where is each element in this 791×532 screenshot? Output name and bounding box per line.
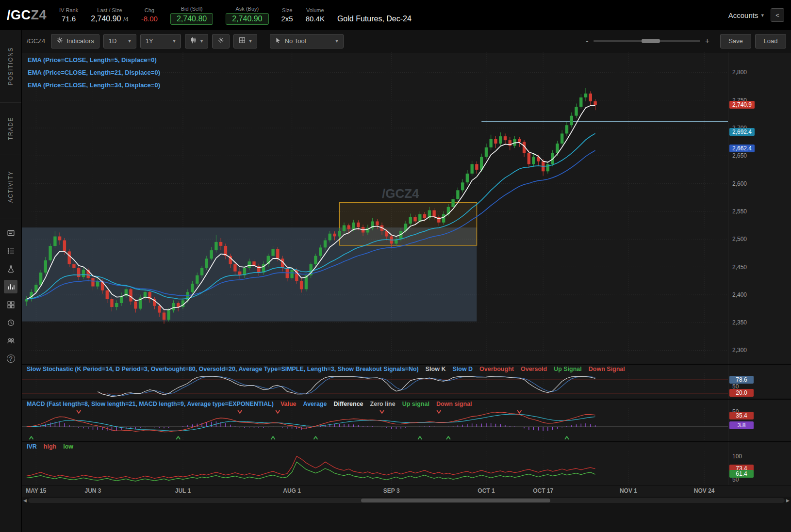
ask-button[interactable]: 2,740.90 xyxy=(226,13,268,25)
chart-workspace: /GCZ4 Indicators 1D ▾ 1Y ▾ ▾ ▾ xyxy=(22,30,791,532)
stochastic-axis[interactable]: 5078.620.0 xyxy=(728,365,791,399)
timeframe-dropdown[interactable]: 1D ▾ xyxy=(103,34,136,48)
gear-icon xyxy=(217,37,224,45)
symbol-root: /GC xyxy=(7,8,31,22)
zoom-slider-thumb[interactable] xyxy=(642,39,660,43)
ivr-study-label[interactable]: IVR xyxy=(27,443,37,450)
last-size-field: Last / Size 2,740.90 /4 xyxy=(91,7,129,23)
price-chart-canvas[interactable]: /GCZ4 xyxy=(22,52,728,364)
ivr-canvas[interactable] xyxy=(22,451,728,486)
range-dropdown[interactable]: 1Y ▾ xyxy=(140,34,181,48)
symbol-suffix: Z4 xyxy=(31,8,47,22)
time-axis[interactable]: MAY 15JUN 3JUL 1AUG 1SEP 3OCT 1OCT 17NOV… xyxy=(22,485,791,497)
stochastic-canvas[interactable] xyxy=(22,373,728,400)
volume-label: Volume xyxy=(306,7,324,13)
panels-layout-icon xyxy=(239,37,246,45)
indicators-button-label: Indicators xyxy=(66,37,94,45)
iv-rank-value: 71.6 xyxy=(62,15,76,23)
community-icon[interactable] xyxy=(4,334,17,347)
svg-text:/GCZ4: /GCZ4 xyxy=(382,186,419,201)
volume-field: Volume 80.4K xyxy=(306,7,325,23)
ask-label: Ask (Buy) xyxy=(236,6,259,12)
macd-panel: MACD (Fast length=8, Slow length=21, MAC… xyxy=(22,399,791,441)
axis-tick-label: 2,600 xyxy=(732,180,747,187)
tool-value: No Tool xyxy=(285,37,306,45)
ask-field: Ask (Buy) 2,740.90 xyxy=(226,6,268,25)
axis-tick-label: 2,300 xyxy=(732,347,747,354)
legend-item: high xyxy=(44,443,56,450)
drawing-tool-dropdown[interactable]: No Tool ▾ xyxy=(270,34,344,48)
timeframe-value: 1D xyxy=(109,37,117,45)
chart-icon[interactable] xyxy=(4,280,17,293)
scrollbar-thumb[interactable] xyxy=(361,499,550,502)
macd-canvas[interactable] xyxy=(22,408,728,442)
chg-label: Chg xyxy=(145,7,154,13)
layout-dropdown[interactable]: ▾ xyxy=(233,34,257,48)
zoom-slider[interactable] xyxy=(593,40,700,42)
ema34-value-bubble: 2,662.4 xyxy=(729,145,755,152)
iv-rank-label: IV Rank xyxy=(59,7,78,13)
time-axis-label: NOV 24 xyxy=(694,487,715,494)
history-icon[interactable] xyxy=(4,316,17,329)
cursor-icon xyxy=(275,37,281,45)
price-axis[interactable]: 2,8002,7502,7002,6502,6002,5502,5002,450… xyxy=(728,52,791,364)
sidebar-tab-positions[interactable]: POSITIONS xyxy=(0,30,21,103)
macd-study-label[interactable]: MACD (Fast length=8, Slow length=21, MAC… xyxy=(27,401,274,407)
sidebar-tab-trade[interactable]: TRADE xyxy=(0,103,21,155)
scroll-left-icon[interactable]: ◀ xyxy=(23,498,27,503)
bottom-filler xyxy=(22,504,791,532)
candlestick-chart-icon xyxy=(190,37,197,45)
collapse-panel-button[interactable]: < xyxy=(771,8,784,22)
axis-value-bubble: 35.4 xyxy=(729,412,754,419)
axis-value-bubble: 20.0 xyxy=(729,389,754,397)
zoom-out-button[interactable]: - xyxy=(586,37,588,46)
chart-symbol-label: /GCZ4 xyxy=(27,37,45,45)
apps-grid-icon[interactable] xyxy=(4,298,17,311)
load-button[interactable]: Load xyxy=(755,34,786,48)
axis-tick-label: 2,550 xyxy=(732,208,747,215)
study-label-ema5[interactable]: EMA (Price=CLOSE, Length=5, Displace=0) xyxy=(28,56,157,64)
ivr-axis[interactable]: 1005073.461.4 xyxy=(728,442,791,485)
bid-button[interactable]: 2,740.80 xyxy=(170,13,213,25)
legend-item: Overbought xyxy=(479,366,514,372)
last-size-label: Last / Size xyxy=(97,7,122,13)
analyze-icon[interactable] xyxy=(4,262,17,275)
chart-type-dropdown[interactable]: ▾ xyxy=(185,34,209,48)
chevron-down-icon: ▾ xyxy=(128,38,131,44)
watchlist-icon[interactable] xyxy=(4,244,17,258)
symbol-title: /GCZ4 xyxy=(7,8,47,23)
legend-item: Oversold xyxy=(521,366,547,372)
save-button[interactable]: Save xyxy=(720,34,751,48)
ivr-panel: IVR highlow 1005073.461.4 xyxy=(22,441,791,485)
chevron-down-icon: ▾ xyxy=(173,38,176,44)
indicators-button[interactable]: Indicators xyxy=(51,34,99,48)
bid-field: Bid (Sell) 2,740.80 xyxy=(170,6,213,25)
quote-board-icon[interactable] xyxy=(4,226,17,240)
trading-platform-window: /GCZ4 IV Rank 71.6 Last / Size 2,740.90 … xyxy=(0,0,791,532)
study-label-ema21[interactable]: EMA (Price=CLOSE, Length=21, Displace=0) xyxy=(28,69,160,76)
time-axis-label: SEP 3 xyxy=(383,487,400,494)
chart-scrollbar[interactable]: ◀ ▶ xyxy=(22,497,791,504)
legend-item: Up signal xyxy=(402,401,429,407)
iv-rank-field: IV Rank 71.6 xyxy=(59,7,78,23)
collapse-icon: < xyxy=(775,12,779,19)
macd-axis[interactable]: 5035.43.8 xyxy=(728,400,791,441)
last-size-value: 2,740.90 /4 xyxy=(91,15,129,23)
legend-item: Average xyxy=(303,401,327,407)
legend-item: Zero line xyxy=(370,401,396,407)
sidebar-tab-activity[interactable]: ACTIVITY xyxy=(0,155,21,219)
zoom-in-button[interactable]: + xyxy=(705,37,709,46)
help-icon[interactable]: ? xyxy=(4,352,17,365)
accounts-dropdown[interactable]: Accounts ▾ xyxy=(728,11,764,19)
legend-item: Slow K xyxy=(426,366,446,372)
chevron-down-icon: ▾ xyxy=(249,38,252,44)
stochastic-study-label[interactable]: Slow Stochastic (K Period=14, D Period=3… xyxy=(27,366,419,372)
axis-tick-label: 2,450 xyxy=(732,264,747,271)
accounts-label: Accounts xyxy=(728,11,758,19)
study-label-ema34[interactable]: EMA (Price=CLOSE, Length=34, Displace=0) xyxy=(28,81,160,89)
scrollbar-track[interactable] xyxy=(28,498,785,503)
scroll-right-icon[interactable]: ▶ xyxy=(786,498,790,503)
chart-settings-button[interactable] xyxy=(212,34,230,48)
left-sidebar: POSITIONS TRADE ACTIVITY ? xyxy=(0,30,22,532)
axis-tick-label: 2,500 xyxy=(732,236,747,242)
